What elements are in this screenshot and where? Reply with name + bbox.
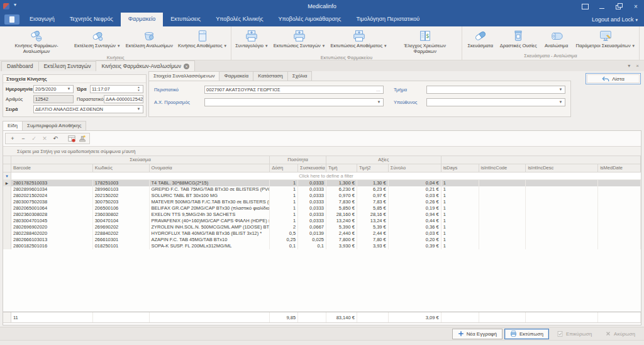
cell-isIntIncCode[interactable] xyxy=(479,243,526,249)
cell-total[interactable]: 0,21 € xyxy=(389,186,441,193)
cell-total[interactable]: 0,26 € xyxy=(389,199,441,205)
cell-name[interactable]: MATEVER 500MG/TAB F./C.TAB BTx30 σε BLIS… xyxy=(150,199,270,205)
cell-isIntIncDesc[interactable] xyxy=(526,186,598,193)
minimize-icon[interactable] xyxy=(597,2,606,11)
chevron-down-icon[interactable]: ▼ xyxy=(136,106,142,113)
menu-tab-7[interactable]: Τιμολόγηση Περιστατικού xyxy=(348,13,427,26)
column-header-price[interactable]: Τιμή xyxy=(326,164,357,172)
cell-price2[interactable]: 5,39 € xyxy=(357,224,389,230)
logout-and-lock-button[interactable]: Logout and Lock▾ xyxy=(592,13,644,26)
responsible-field[interactable]: ▼ xyxy=(426,98,565,106)
cell-barcode[interactable]: 2800182501016 xyxy=(11,243,93,249)
filter-funnel-icon[interactable]: ▼ xyxy=(5,174,9,178)
column-header-pack[interactable]: Συσκευασία xyxy=(298,164,326,172)
band-header-Σκεύασμα[interactable]: Σκεύασμα xyxy=(11,156,270,164)
cell-indicator[interactable] xyxy=(3,186,11,193)
column-header-isDays[interactable]: isDays xyxy=(441,164,479,172)
cell-isIntIncCode[interactable] xyxy=(479,180,526,186)
cell-price2[interactable]: 2,44 € xyxy=(357,230,389,237)
cell-code[interactable]: 300470104 xyxy=(93,218,150,224)
chevron-down-icon[interactable]: ▼ xyxy=(66,86,72,93)
filter-red-icon[interactable] xyxy=(67,134,76,143)
cell-pack[interactable]: 0,0333 xyxy=(298,180,326,186)
table-row[interactable]: 2802288402020228840202HYDROFLUX TAB 40MG… xyxy=(3,230,641,237)
series-field[interactable]: ΔΕΛΤΙΟ ΑΝΑΛΩΣΗΣ ΑΣΘΕΝΩΝ ▼ xyxy=(33,105,143,113)
cell-dose[interactable]: 1 xyxy=(270,199,298,205)
ribbon-button-3-1[interactable]: Σκευάσματα xyxy=(464,27,497,49)
cell-dose[interactable]: 1 xyxy=(270,180,298,186)
cell-dose[interactable]: 1 xyxy=(270,218,298,224)
table-row[interactable]: 2802065001064206500106BELIFAX GR.CAP 20M… xyxy=(3,205,641,212)
column-header-name[interactable]: Ονομασία xyxy=(150,164,270,172)
cell-isDays[interactable]: 1 xyxy=(441,243,479,249)
band-header-Ποσότητα[interactable]: Ποσότητα xyxy=(270,156,326,164)
cell-name[interactable]: SOPA-K SUSP. FL 200MLx312MG/ML xyxy=(150,243,270,249)
cell-barcode[interactable]: 2802288402020 xyxy=(11,230,93,237)
cell-total[interactable]: 0,36 € xyxy=(389,224,441,230)
cell-indicator[interactable]: ▶ xyxy=(3,180,11,186)
cell-code[interactable]: 269690202 xyxy=(93,224,150,230)
menu-tab-3[interactable]: Φαρμακείο xyxy=(121,13,163,26)
table-row[interactable]: 2802360308028236030802EXELON TTS 9,5MG/2… xyxy=(3,212,641,218)
cell-pack[interactable]: 0,0139 xyxy=(298,230,326,237)
cell-code[interactable]: 266610301 xyxy=(93,237,150,243)
chevron-down-icon[interactable]: ▼ xyxy=(558,86,564,93)
cell-dose[interactable]: 1 xyxy=(270,193,298,199)
ribbon-button-2-2[interactable]: Εκτυπώσεις Συνταγών ▼ xyxy=(271,27,328,49)
cell-name[interactable]: AZAPIN F.C. TAB 45MG/TAB BTx10 xyxy=(150,237,270,243)
stamp-icon[interactable] xyxy=(78,134,87,143)
cell-isDays[interactable]: 1 xyxy=(441,212,479,218)
cell-price2[interactable]: 0,97 € xyxy=(357,193,389,199)
cell-code[interactable]: 289960103 xyxy=(93,186,150,193)
cell-price[interactable]: 7,830 € xyxy=(326,199,357,205)
cell-total[interactable]: 0,39 € xyxy=(389,243,441,249)
table-row[interactable]: 2800182501016018250101SOPA-K SUSP. FL 20… xyxy=(3,243,641,249)
cell-total[interactable]: 0,03 € xyxy=(389,230,441,237)
cell-total[interactable]: 0,94 € xyxy=(389,212,441,218)
cell-isIntIncCode[interactable] xyxy=(479,218,526,224)
cell-price[interactable]: 5,390 € xyxy=(326,224,357,230)
add-row-icon[interactable]: + xyxy=(8,134,17,143)
cell-indicator[interactable] xyxy=(3,243,11,249)
application-menu-icon[interactable] xyxy=(4,14,19,25)
cell-price[interactable]: 28,160 € xyxy=(326,212,357,218)
chevron-down-icon[interactable]: ▼ xyxy=(558,99,564,106)
cell-barcode[interactable]: 2802666103013 xyxy=(11,237,93,243)
table-row[interactable]: 2803004701045300470104PRAVAFENIX (40+160… xyxy=(3,218,641,224)
cell-indicator[interactable] xyxy=(3,237,11,243)
column-header-barcode[interactable]: Barcode xyxy=(11,164,93,172)
column-header-dose[interactable]: Δόση xyxy=(270,164,298,172)
cell-price[interactable]: 5,850 € xyxy=(326,205,357,212)
cell-isMedDate[interactable] xyxy=(598,237,641,243)
cell-indicator[interactable] xyxy=(3,199,11,205)
ribbon-button-1-3[interactable]: Εκτέλεση Αναλωσίμων xyxy=(123,27,175,49)
band-header-Αξίες[interactable]: Αξίες xyxy=(326,156,441,164)
cell-barcode[interactable]: 2802696902020 xyxy=(11,224,93,230)
cell-isIntIncDesc[interactable] xyxy=(526,218,598,224)
close-panel-icon[interactable]: × xyxy=(636,63,639,69)
cell-total[interactable]: 0,20 € xyxy=(389,237,441,243)
cell-pack[interactable]: 0,0333 xyxy=(298,218,326,224)
chevron-down-icon[interactable]: ▾ xyxy=(628,63,630,69)
doc-tab-3[interactable]: Κινήσεις Φαρμάκων-Αναλωσίμων× xyxy=(96,60,194,71)
cell-isIntIncCode[interactable] xyxy=(479,224,526,230)
cell-code[interactable]: 018250101 xyxy=(93,243,150,249)
ellipsis-button-icon[interactable]: … xyxy=(375,86,382,93)
cancel-edit-icon[interactable]: ✕ xyxy=(40,134,49,143)
cell-isIntIncDesc[interactable] xyxy=(526,237,598,243)
cell-isIntIncCode[interactable] xyxy=(479,186,526,193)
chevron-down-icon[interactable]: ▼ xyxy=(376,99,382,106)
cell-indicator[interactable] xyxy=(3,218,11,224)
cell-isMedDate[interactable] xyxy=(598,186,641,193)
remove-row-icon[interactable]: − xyxy=(19,134,28,143)
cell-barcode[interactable]: 2802360308028 xyxy=(11,212,93,218)
cell-barcode[interactable]: 2802021502024 xyxy=(11,193,93,199)
cell-isIntIncCode[interactable] xyxy=(479,193,526,199)
doc-tab-2[interactable]: Εκτέλεση Συνταγών xyxy=(38,61,97,71)
detail-tab-1[interactable]: Είδη xyxy=(3,121,23,130)
cell-isDays[interactable]: 1 xyxy=(441,237,479,243)
cell-code[interactable]: 228840202 xyxy=(93,230,150,237)
cell-isIntIncCode[interactable] xyxy=(479,205,526,212)
cell-isMedDate[interactable] xyxy=(598,243,641,249)
column-header-isMedDate[interactable]: isMedDate xyxy=(598,164,641,172)
